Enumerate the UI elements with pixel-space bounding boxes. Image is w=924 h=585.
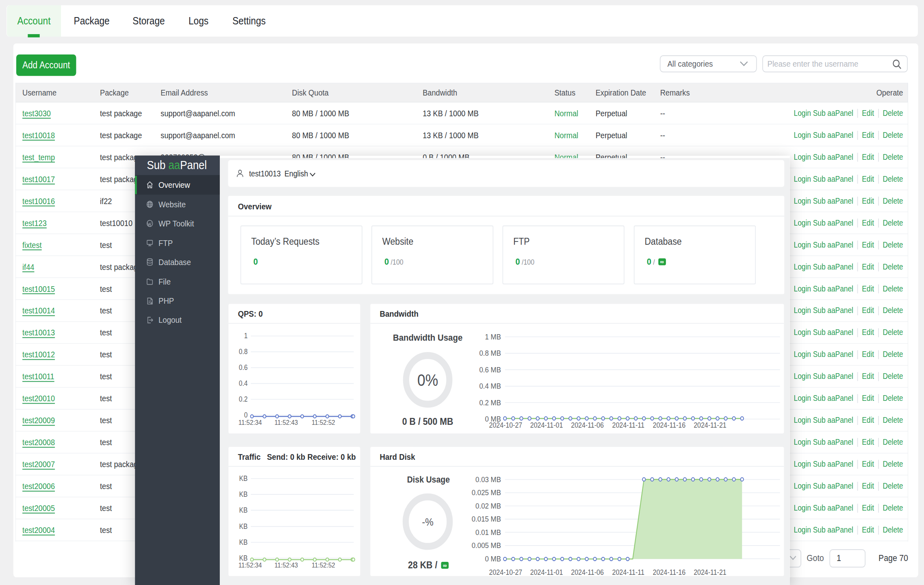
svg-text:2024-11-06: 2024-11-06 [571,421,604,429]
svg-text:2024-11-01: 2024-11-01 [530,568,563,576]
svg-text:2024-10-27: 2024-10-27 [489,568,523,576]
svg-text:0.2 MB: 0.2 MB [479,398,501,407]
svg-text:2024-11-11: 2024-11-11 [612,421,644,429]
svg-text:2024-11-16: 2024-11-16 [653,421,686,429]
svg-text:0%: 0% [417,371,438,389]
svg-text:11:52:34: 11:52:34 [239,561,262,569]
svg-text:∞: ∞ [443,562,447,569]
svg-text:11:52:43: 11:52:43 [275,418,298,426]
svg-text:2024-11-16: 2024-11-16 [653,568,686,576]
svg-text:Bandwidth Usage: Bandwidth Usage [393,332,462,343]
svg-text:11:52:43: 11:52:43 [275,561,298,569]
svg-text:1: 1 [244,332,248,340]
svg-text:0.03 MB: 0.03 MB [475,475,501,484]
svg-text:2024-11-11: 2024-11-11 [612,568,644,576]
svg-text:-%: -% [422,516,433,528]
svg-text:11:52:34: 11:52:34 [239,418,262,426]
svg-text:2024-11-21: 2024-11-21 [694,421,727,429]
svg-text:11:52:52: 11:52:52 [312,418,335,426]
svg-text:0.025 MB: 0.025 MB [472,488,501,497]
svg-text:KB: KB [239,490,248,498]
svg-text:0.01 MB: 0.01 MB [475,528,501,537]
svg-text:1 MB: 1 MB [485,333,501,341]
svg-text:0.02 MB: 0.02 MB [475,502,501,510]
svg-text:2024-11-21: 2024-11-21 [694,568,727,576]
svg-text:0.8 MB: 0.8 MB [479,349,501,357]
svg-text:KB: KB [239,522,248,531]
svg-text:0.015 MB: 0.015 MB [472,515,501,523]
svg-text:0 MB: 0 MB [485,555,501,563]
svg-text:0.4 MB: 0.4 MB [479,382,501,390]
svg-text:KB: KB [239,506,248,514]
svg-text:0.4: 0.4 [239,379,248,387]
svg-text:0 B / 500 MB: 0 B / 500 MB [402,416,453,427]
svg-text:2024-11-06: 2024-11-06 [571,568,604,576]
svg-text:0.6 MB: 0.6 MB [479,365,501,374]
svg-text:28 KB /: 28 KB / [408,559,438,570]
svg-text:KB: KB [239,474,248,483]
svg-text:0.6: 0.6 [239,363,248,372]
svg-text:0.8: 0.8 [239,348,248,356]
svg-text:0.2: 0.2 [239,395,248,403]
svg-text:2024-10-27: 2024-10-27 [489,421,523,429]
svg-text:KB: KB [239,538,248,546]
svg-text:0.005 MB: 0.005 MB [472,541,501,550]
svg-text:11:52:52: 11:52:52 [312,561,335,569]
svg-text:2024-11-01: 2024-11-01 [530,421,563,429]
svg-text:Disk Usage: Disk Usage [407,474,450,484]
